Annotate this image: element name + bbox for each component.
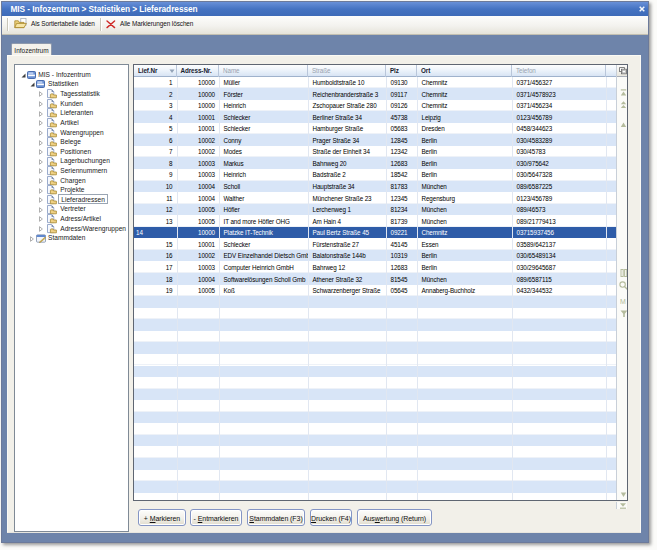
svg-text:M: M xyxy=(620,298,626,305)
